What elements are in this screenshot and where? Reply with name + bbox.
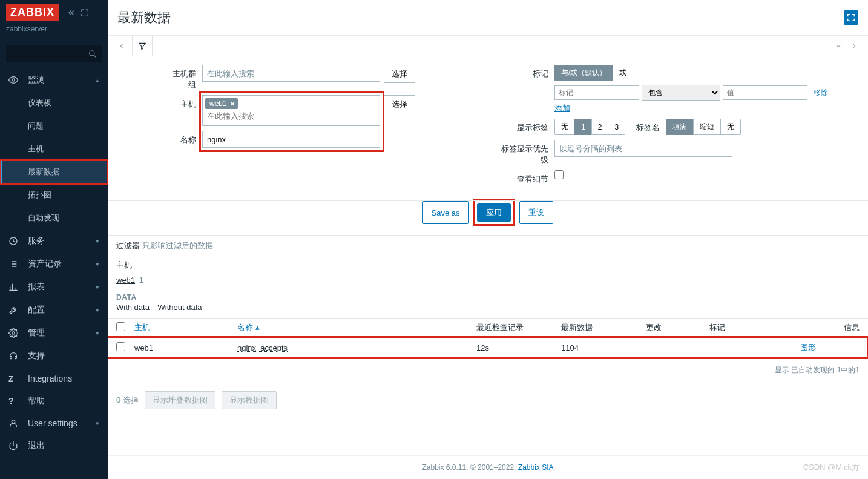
menu-label: Integrations [28,374,72,383]
clock-icon [8,236,22,246]
tab-prev-icon[interactable] [114,42,130,50]
submenu-latest-data[interactable]: 最新数据 [0,160,108,183]
apply-button[interactable]: 应用 [477,203,511,222]
search-icon[interactable] [84,50,102,58]
hostgroup-label: 主机群组 [167,65,202,90]
hostgroup-select-button[interactable]: 选择 [384,65,415,83]
watermark: CSDN @Mick方 [803,462,860,473]
col-host[interactable]: 主机 [134,322,237,333]
details-checkbox[interactable] [554,170,564,179]
host-tag-label: web1 [209,99,227,108]
menu-label: 服务 [28,236,45,246]
footer-user-settings[interactable]: User settings ▾ [0,412,108,434]
host-multiselect[interactable]: web1 ✕ [202,95,380,126]
tag-add-link[interactable]: 添加 [554,103,570,114]
host-filter-link[interactable]: web1 [116,276,135,285]
table-footer: 显示 已自动发现的 1中的1 [108,358,868,383]
list-icon [8,259,22,269]
tagprio-input[interactable] [554,140,732,157]
without-data-link[interactable]: Without data [158,303,202,312]
submenu-dashboard[interactable]: 仪表板 [0,91,108,114]
tagname-label: 标签名 [625,119,666,133]
zabbix-sia-link[interactable]: Zabbix SIA [518,463,554,472]
tab-next-icon[interactable] [846,42,862,50]
data-section-head: DATA [108,289,868,303]
wrench-icon [8,305,22,315]
row-checkbox[interactable] [116,342,125,351]
footer-help[interactable]: ? 帮助 [0,389,108,412]
menu-item-administration[interactable]: 管理 ▾ [0,322,108,345]
tag-operator-group[interactable]: 与/或（默认） 或 [554,65,633,81]
chevron-up-icon: ▴ [96,76,99,84]
host-input[interactable] [205,109,377,123]
showtags-group[interactable]: 无 1 2 3 [554,119,625,135]
tagname-full[interactable]: 填满 [666,119,694,135]
col-info: 信息 [837,322,860,333]
svg-point-4 [12,420,15,423]
filter-icon [138,42,146,50]
filter-tab[interactable] [132,36,153,56]
tagname-group[interactable]: 填满 缩短 无 [666,119,741,135]
footer-integrations[interactable]: Z Integrations [0,368,108,389]
host-label: 主机 [167,95,202,110]
submenu-problems[interactable]: 问题 [0,114,108,137]
menu-item-monitoring[interactable]: 监测 ▴ [0,68,108,91]
menu-item-reports[interactable]: 报表 ▾ [0,276,108,299]
tag-key-input[interactable] [554,85,639,100]
tag-op-or[interactable]: 或 [613,65,633,81]
collapse-icon[interactable] [67,8,76,17]
question-icon: ? [8,396,22,406]
chevron-down-icon: ▾ [96,329,99,337]
select-all-checkbox[interactable] [116,322,125,331]
hostgroup-input[interactable] [202,65,380,82]
footer-logout[interactable]: 退出 [0,434,108,457]
showtags-3[interactable]: 3 [608,119,625,135]
search-input[interactable] [6,45,102,62]
graph-link[interactable]: 图形 [800,343,816,352]
showtags-2[interactable]: 2 [591,119,609,135]
headset-icon [8,351,22,361]
chevron-down-icon: ▾ [96,260,99,268]
with-data-link[interactable]: With data [116,303,150,312]
showtags-1[interactable]: 1 [574,119,592,135]
tagprio-label: 标签显示优先级 [494,140,554,165]
menu-label: 报表 [28,282,45,292]
user-icon [8,418,22,428]
tag-remove-link[interactable]: 移除 [814,88,828,98]
show-graph-button: 显示数据图 [222,391,277,409]
tab-collapse-icon[interactable] [830,42,846,50]
table-row: web1 nginx_accepts 12s 1104 图形 [108,337,868,358]
submenu-discovery[interactable]: 自动发现 [0,206,108,230]
kiosk-button[interactable] [844,10,858,25]
reset-button[interactable]: 重设 [519,201,553,224]
save-as-button[interactable]: Save as [422,201,469,224]
host-filter-count: 1 [139,276,143,285]
sidebar: ZABBIX zabbixserver 监测 ▴ 仪表板 [0,0,108,479]
showtags-none[interactable]: 无 [554,119,575,135]
host-tag[interactable]: web1 ✕ [205,98,238,109]
fullscreen-small-icon[interactable] [81,8,89,17]
tagname-short[interactable]: 缩短 [693,119,721,135]
hosts-section-head: 主机 [108,256,868,274]
svg-point-1 [12,79,15,81]
menu-item-services[interactable]: 服务 ▾ [0,230,108,253]
name-label: 名称 [167,131,202,145]
gear-icon [8,328,22,338]
bar-icon [8,282,22,292]
tag-value-input[interactable] [723,85,807,100]
host-select-button[interactable]: 选择 [384,95,415,113]
cell-host: web1 [134,343,237,352]
col-name[interactable]: 名称 ▴ [237,322,476,333]
submenu-hosts[interactable]: 主机 [0,137,108,160]
tag-op-andor[interactable]: 与/或（默认） [554,65,613,81]
tag-match-select[interactable]: 包含 [642,85,720,101]
submenu-maps[interactable]: 拓扑图 [0,183,108,206]
cell-item-name[interactable]: nginx_accepts [237,343,288,352]
remove-tag-icon[interactable]: ✕ [230,101,235,107]
menu-item-configuration[interactable]: 配置 ▾ [0,299,108,322]
tagname-none[interactable]: 无 [720,119,741,135]
footer-support[interactable]: 支持 [0,345,108,368]
name-input[interactable] [202,131,380,148]
col-tags: 标记 [709,322,800,333]
menu-item-inventory[interactable]: 资产记录 ▾ [0,253,108,276]
